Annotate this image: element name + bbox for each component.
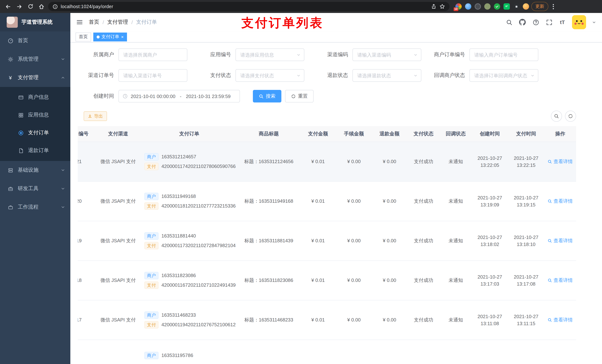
sidebar-item-merchant-info[interactable]: 商户信息 <box>0 88 70 106</box>
merchant-order-no-filter[interactable] <box>469 48 538 61</box>
channel-code-filter[interactable] <box>353 48 421 61</box>
extension-icon[interactable]: 10 <box>455 3 462 10</box>
create-date: 2021-10-27 <box>478 313 502 319</box>
view-detail-link[interactable]: 查看详情 <box>548 198 573 204</box>
table-row[interactable]: 21 微信 JSAPI 支付 商户1635312124657 支付4200001… <box>78 142 576 181</box>
share-icon[interactable] <box>431 4 437 9</box>
breadcrumb-home[interactable]: 首页 <box>89 19 99 26</box>
user-avatar[interactable] <box>572 15 586 29</box>
url-text[interactable]: localhost:1024/pay/order <box>61 4 113 9</box>
toolbar-search-toggle-button[interactable] <box>551 111 562 122</box>
app-title: 芋道管理系统 <box>22 19 53 26</box>
channel-code-input[interactable] <box>353 49 421 61</box>
table-row[interactable]: 18 微信 JSAPI 支付 商户1635311823086 支付4200001… <box>78 260 576 300</box>
date-end[interactable]: 2021-10-31 23:59:59 <box>186 94 230 99</box>
reset-button[interactable]: 重置 <box>285 90 314 103</box>
pay-date: 2021-10-27 <box>514 313 538 319</box>
sidebar-item-label: 研发工具 <box>18 185 61 192</box>
site-info-icon[interactable] <box>53 4 58 9</box>
pay-amount-cell: ¥ 0.01 <box>300 142 336 181</box>
merchant-tag: 商户 <box>144 352 159 359</box>
tag-home[interactable]: 首页 <box>75 32 91 41</box>
annotation-text: 支付订单列表 <box>241 15 323 31</box>
reload-icon[interactable] <box>26 2 35 11</box>
sidebar-item-pay[interactable]: ¥ 支付管理 <box>0 68 70 87</box>
bookmark-star-icon[interactable] <box>440 4 445 9</box>
font-size-icon[interactable]: tT <box>559 19 566 26</box>
refund-status-filter[interactable] <box>353 69 421 82</box>
extension-icon[interactable] <box>494 3 500 10</box>
table-row[interactable]: 17 微信 JSAPI 支付 商户1635311468233 支付4200001… <box>78 300 576 340</box>
table-row[interactable]: 20 微信 JSAPI 支付 商户1635311949168 支付4200001… <box>78 181 576 221</box>
filter-label: 所属商户 <box>78 52 118 58</box>
home-icon[interactable] <box>37 2 46 11</box>
toolbar-refresh-button[interactable] <box>565 111 576 122</box>
chevron-down-icon[interactable] <box>592 20 596 24</box>
sidebar-item-workflow[interactable]: 工作流程 <box>0 198 70 216</box>
back-icon[interactable] <box>4 2 13 11</box>
view-detail-link[interactable]: 查看详情 <box>548 158 573 165</box>
view-detail-link[interactable]: 查看详情 <box>548 237 573 244</box>
app-header: 首页 / 支付管理 / 支付订单 tT <box>70 13 602 31</box>
extension-icon[interactable] <box>504 3 510 10</box>
browser-menu-icon[interactable] <box>551 4 555 9</box>
refund-status-input[interactable] <box>353 70 421 81</box>
sidebar-item-refund-order[interactable]: 退款订单 <box>0 142 70 159</box>
chevron-up-icon <box>61 75 65 80</box>
belongs-merchant-filter[interactable] <box>118 48 187 61</box>
hamburger-icon[interactable] <box>76 19 83 26</box>
sidebar-item-infra[interactable]: 基础设施 <box>0 161 70 179</box>
breadcrumb-pay[interactable]: 支付管理 <box>107 19 128 26</box>
sidebar-item-devtools[interactable]: 研发工具 <box>0 179 70 198</box>
tag-pay-order[interactable]: 支付订单 × <box>93 32 127 41</box>
pay-status-input[interactable] <box>236 70 304 81</box>
pay-time: 13:11:15 <box>517 321 535 326</box>
forward-icon[interactable] <box>15 2 24 11</box>
search-button[interactable]: 搜索 <box>253 90 281 103</box>
sidebar-item-pay-order[interactable]: 支付订单 <box>0 124 70 142</box>
create-time-range-picker[interactable]: 2021-10-01 00:00:00 - 2021-10-31 23:59:5… <box>118 90 240 103</box>
export-button[interactable]: 导出 <box>84 111 107 121</box>
tag-label: 支付订单 <box>101 34 119 40</box>
app-no-input[interactable] <box>236 49 304 61</box>
channel-order-no-input[interactable] <box>119 70 187 81</box>
extension-icon[interactable] <box>465 3 471 10</box>
sidebar-item-app-info[interactable]: 应用信息 <box>0 106 70 124</box>
refund-amount-cell: ¥ 0.00 <box>372 142 407 181</box>
merchant-order-no-input[interactable] <box>470 49 538 61</box>
address-bar[interactable]: localhost:1024/pay/order <box>48 2 450 11</box>
table-row[interactable]: 19 微信 JSAPI 支付 商户1635311881440 支付4200001… <box>78 221 576 260</box>
notify-status-input[interactable] <box>470 70 538 81</box>
pay-status-filter[interactable] <box>236 69 304 82</box>
chevron-down-icon <box>61 187 65 191</box>
app-logo[interactable]: 芋道管理系统 <box>0 13 70 31</box>
pay-amount-cell: ¥ 0.01 <box>300 300 336 340</box>
date-start[interactable]: 2021-10-01 00:00:00 <box>131 94 175 99</box>
chevron-down-icon <box>414 53 418 57</box>
pay-order-cell: 商户1635311468233 支付4200001194202110276752… <box>141 300 238 340</box>
search-icon[interactable] <box>505 19 513 26</box>
extension-icon[interactable] <box>484 3 491 10</box>
github-icon[interactable] <box>519 19 526 26</box>
sidebar-item-home[interactable]: 首页 <box>0 31 70 50</box>
help-icon[interactable] <box>532 19 539 26</box>
close-icon[interactable]: × <box>121 35 124 39</box>
sidebar-item-system[interactable]: 系统管理 <box>0 50 70 68</box>
fullscreen-icon[interactable] <box>545 19 553 26</box>
belongs-merchant-input[interactable] <box>119 49 187 61</box>
table-row[interactable]: 商户163531195786 <box>78 340 576 364</box>
extension-icon[interactable] <box>475 3 481 10</box>
view-detail-link[interactable]: 查看详情 <box>548 277 573 283</box>
filter-label: 退款状态 <box>312 72 353 79</box>
view-detail-link[interactable]: 查看详情 <box>548 316 573 323</box>
table-header-row: 编号 支付渠道 支付订单 商品标题 支付金额 手续金额 退款金额 支付状态 回调… <box>78 126 576 142</box>
extension-icon[interactable] <box>523 3 529 10</box>
filter-label: 渠道编码 <box>312 52 353 58</box>
extension-icon[interactable] <box>513 3 519 10</box>
browser-update-button[interactable]: 更新 <box>531 2 548 11</box>
filter-field: 退款状态 <box>312 69 421 82</box>
notify-status-filter[interactable] <box>469 69 538 82</box>
channel-order-no-filter[interactable] <box>118 69 187 82</box>
fee-amount-cell: ¥ 0.00 <box>336 181 372 221</box>
app-no-filter[interactable] <box>236 48 304 61</box>
